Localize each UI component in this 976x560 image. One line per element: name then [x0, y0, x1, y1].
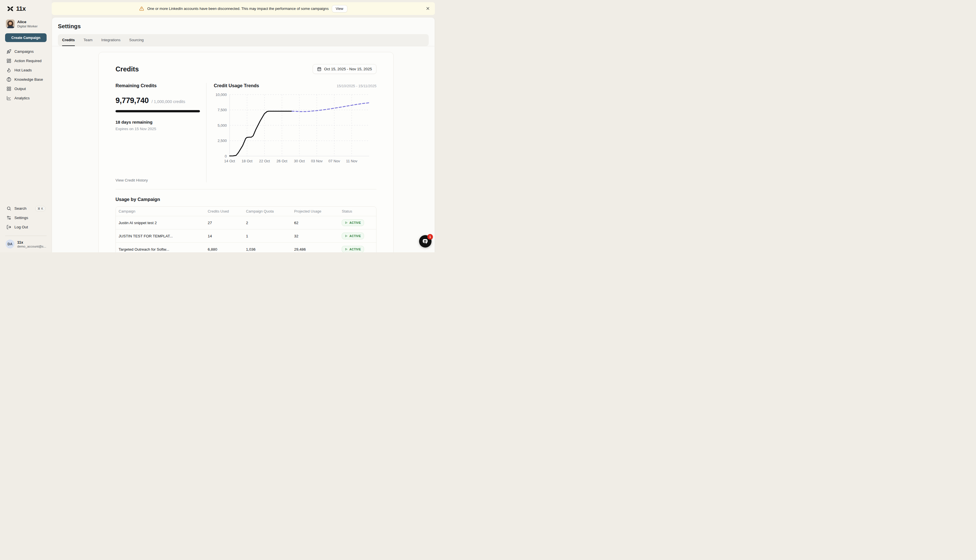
- trends-heading: Credit Usage Trends: [214, 83, 259, 88]
- sidebar-item-label: Analytics: [14, 96, 30, 100]
- rocket-icon: [7, 49, 11, 54]
- credit-usage-chart: 02,5005,0007,50010,00014 Oct18 Oct22 Oct…: [214, 92, 377, 165]
- remaining-credits-section: Remaining Credits 9,779,740 / 1,000,000 …: [115, 83, 207, 182]
- sidebar-item-action-required[interactable]: Action Required: [5, 56, 47, 65]
- column-header-campaign-quota: Campaign Quota: [246, 207, 294, 216]
- linkedin-disconnected-banner: One or more LinkedIn accounts have been …: [52, 2, 435, 15]
- date-range-picker[interactable]: Oct 15, 2025 - Nov 15, 2025: [313, 64, 377, 74]
- column-header-status: Status: [342, 207, 376, 216]
- settings-sliders-icon: [7, 215, 11, 220]
- days-remaining: 18 days remaining: [115, 120, 200, 125]
- status-label: ACTIVE: [349, 221, 361, 224]
- column-header-campaign: Campaign: [116, 207, 208, 216]
- account-avatar: DA: [6, 240, 14, 248]
- expiry-date: Expires on 15 Nov 2025: [115, 127, 200, 131]
- layout-grid-icon: [7, 87, 11, 91]
- sidebar-item-label: Output: [14, 87, 26, 91]
- sidebar-item-label: Settings: [14, 216, 28, 220]
- date-range-label: Oct 15, 2025 - Nov 15, 2025: [324, 67, 372, 71]
- brand-logo: 11x: [5, 5, 47, 12]
- trends-date-range: 15/10/2025 - 15/11/2025: [337, 84, 377, 88]
- tab-sourcing[interactable]: Sourcing: [129, 34, 144, 46]
- cell-status: ACTIVE: [342, 243, 376, 253]
- cell-quota: 1,036: [246, 243, 294, 253]
- sidebar-item-settings[interactable]: Settings: [5, 213, 47, 222]
- sidebar-item-search[interactable]: Search⌘ K: [5, 204, 47, 213]
- sidebar: 11x Alice Digital Worker Create Campaign…: [0, 0, 52, 252]
- svg-text:03 Nov: 03 Nov: [311, 159, 323, 163]
- sidebar-item-campaigns[interactable]: Campaigns: [5, 47, 47, 56]
- credit-usage-trends-section: Credit Usage Trends 15/10/2025 - 15/11/2…: [207, 83, 377, 182]
- status-label: ACTIVE: [349, 234, 361, 238]
- credits-progress-bar: [115, 110, 200, 112]
- cell-credits_used: 27: [208, 216, 246, 230]
- sidebar-spacer: [5, 103, 47, 199]
- tab-integrations[interactable]: Integrations: [102, 34, 120, 46]
- column-header-projected-usage: Projected Usage: [294, 207, 342, 216]
- sidebar-item-label: Knowledge Base: [14, 77, 43, 82]
- sidebar-item-label: Hot Leads: [14, 68, 32, 72]
- view-credit-history-link[interactable]: View Credit History: [115, 178, 200, 182]
- status-badge: ACTIVE: [342, 233, 364, 239]
- sidebar-divider: [5, 236, 47, 236]
- pinwheel-logo-icon: [7, 5, 14, 12]
- user-role: Digital Worker: [17, 25, 38, 28]
- svg-text:7,500: 7,500: [217, 108, 227, 112]
- calendar-icon: [317, 67, 321, 71]
- svg-text:5,000: 5,000: [217, 123, 227, 128]
- sidebar-item-label: Action Required: [14, 59, 42, 63]
- cell-projected: 32: [294, 230, 342, 243]
- table-row[interactable]: JUSTIN TEST FOR TEMPLAT...14132ACTIVE: [116, 230, 376, 243]
- banner-view-button[interactable]: View: [332, 5, 347, 12]
- svg-text:0: 0: [225, 154, 227, 158]
- log-out-icon: [7, 225, 11, 230]
- close-icon: [425, 6, 430, 11]
- sidebar-footer-nav: Search⌘ KSettingsLog Out: [5, 204, 47, 232]
- cell-projected: 29,486: [294, 243, 342, 253]
- cell-status: ACTIVE: [342, 230, 376, 243]
- column-header-credits-used: Credits Used: [208, 207, 246, 216]
- chat-launcher-button[interactable]: 1: [419, 235, 432, 248]
- status-badge: ACTIVE: [342, 246, 364, 252]
- credits-panel: Credits Oct 15, 2025 - Nov 15, 2025 Rema…: [98, 52, 394, 252]
- sidebar-item-output[interactable]: Output: [5, 84, 47, 93]
- svg-text:10,000: 10,000: [215, 93, 227, 97]
- credits-heading: Credits: [115, 65, 139, 73]
- create-campaign-button[interactable]: Create Campaign: [5, 33, 47, 42]
- table-header-row: CampaignCredits UsedCampaign QuotaProjec…: [116, 207, 376, 216]
- table-row[interactable]: Justin AI snippet test 227262ACTIVE: [116, 216, 376, 230]
- sidebar-item-knowledge-base[interactable]: Knowledge Base: [5, 75, 47, 84]
- tab-credits[interactable]: Credits: [62, 34, 75, 46]
- tab-team[interactable]: Team: [83, 34, 93, 46]
- banner-message: One or more LinkedIn accounts have been …: [147, 7, 329, 11]
- credits-denominator: / 1,000,000 credits: [151, 99, 185, 104]
- brain-icon: [7, 77, 11, 82]
- settings-card: Settings CreditsTeamIntegrationsSourcing…: [52, 17, 435, 252]
- sidebar-main-nav: CampaignsAction RequiredHot LeadsKnowled…: [5, 47, 47, 103]
- sidebar-item-hot-leads[interactable]: Hot Leads: [5, 65, 47, 75]
- svg-text:2,500: 2,500: [217, 138, 227, 143]
- usage-by-campaign-heading: Usage by Campaign: [115, 197, 377, 202]
- cell-projected: 62: [294, 216, 342, 230]
- progress-fill: [115, 110, 200, 112]
- banner-close-button[interactable]: [425, 6, 430, 11]
- status-badge: ACTIVE: [342, 219, 364, 226]
- chat-unread-badge: 1: [427, 234, 433, 240]
- table-row[interactable]: Targeted Outreach for Softw...6,8801,036…: [116, 243, 376, 253]
- cell-campaign: JUSTIN TEST FOR TEMPLAT...: [116, 230, 208, 243]
- svg-text:18 Oct: 18 Oct: [242, 159, 253, 163]
- sidebar-item-log-out[interactable]: Log Out: [5, 222, 47, 232]
- sidebar-item-analytics[interactable]: Analytics: [5, 93, 47, 103]
- remaining-credits-value: 9,779,740: [115, 96, 148, 105]
- remaining-credits-heading: Remaining Credits: [115, 83, 200, 88]
- usage-table-container: CampaignCredits UsedCampaign QuotaProjec…: [115, 206, 377, 252]
- account-name: 11x: [17, 240, 46, 245]
- warning-triangle-icon: [139, 6, 144, 11]
- digital-worker-profile[interactable]: Alice Digital Worker: [5, 20, 47, 28]
- main-area: One or more LinkedIn accounts have been …: [52, 0, 435, 252]
- play-icon: [345, 221, 348, 224]
- account-switcher[interactable]: DA 11x demo_account@s...: [5, 240, 47, 248]
- account-email: demo_account@s...: [17, 245, 46, 248]
- cell-credits_used: 6,880: [208, 243, 246, 253]
- user-name: Alice: [17, 20, 38, 24]
